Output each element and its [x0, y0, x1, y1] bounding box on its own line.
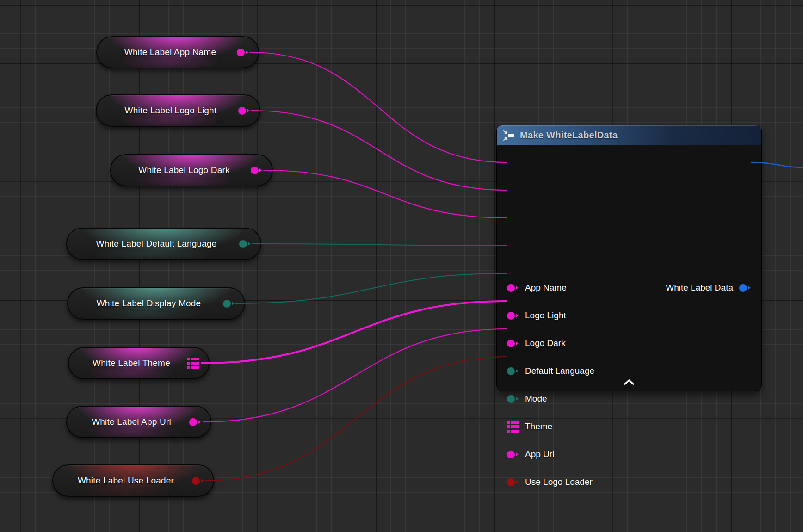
pin-circle-icon: [251, 167, 259, 174]
getter-node-white-label-app-name[interactable]: White Label App Name: [96, 36, 259, 68]
wire-3[interactable]: [252, 244, 507, 246]
pin-row-logo-dark: Logo Dark: [497, 329, 761, 357]
node-title: Make WhiteLabelData: [520, 130, 618, 141]
getter-label: White Label Logo Light: [125, 105, 217, 116]
output-pin-bool[interactable]: [192, 475, 204, 487]
pin-circle-icon: [739, 284, 747, 292]
getter-node-white-label-default-language[interactable]: White Label Default Language: [66, 228, 261, 260]
struct-pin-icon: [507, 421, 519, 433]
node-header[interactable]: Make WhiteLabelData: [497, 125, 761, 145]
pin-label: Use Logo Loader: [525, 477, 593, 487]
output-pin-struct[interactable]: [187, 357, 199, 369]
pin-circle-icon: [507, 340, 515, 347]
pin-row-logo-light: Logo Light: [497, 302, 761, 329]
input-pin-text[interactable]: [507, 282, 519, 294]
collapse-node-button[interactable]: [621, 376, 637, 388]
pin-circle-icon: [507, 367, 515, 375]
pin-circle-icon: [507, 312, 515, 320]
pin-circle-icon: [192, 477, 200, 485]
pin-circle-icon: [507, 451, 515, 458]
output-pin-text[interactable]: [237, 46, 249, 58]
pin-label: App Name: [525, 283, 567, 293]
output-pin-text[interactable]: [251, 164, 263, 176]
output-pin-text[interactable]: [238, 105, 250, 117]
pin-circle-icon: [239, 240, 247, 248]
pin-circle-icon: [507, 284, 515, 292]
pin-circle-icon: [507, 478, 515, 486]
getter-label: White Label Default Language: [96, 239, 216, 249]
blueprint-graph-canvas[interactable]: White Label App Name White Label Logo Li…: [0, 0, 803, 532]
make-struct-icon: [503, 130, 515, 141]
pin-row-app-url: App Url: [497, 440, 761, 468]
pin-label: Logo Light: [525, 310, 566, 321]
pin-label: App Url: [525, 449, 554, 459]
pin-row-mode: Mode: [497, 385, 761, 413]
getter-label: White Label Theme: [93, 358, 170, 368]
input-pin-enum[interactable]: [507, 393, 519, 405]
input-pin-enum[interactable]: [507, 365, 519, 377]
wire-1[interactable]: [251, 111, 507, 190]
input-pin-text[interactable]: [507, 448, 519, 460]
input-pin-text[interactable]: [507, 309, 519, 322]
pin-circle-icon: [238, 107, 246, 115]
input-pin-struct[interactable]: [507, 421, 519, 433]
getter-label: White Label App Name: [124, 47, 216, 57]
getter-label: White Label App Url: [92, 417, 171, 427]
getter-node-white-label-theme[interactable]: White Label Theme: [68, 347, 210, 379]
chevron-up-icon: [624, 379, 635, 385]
pin-circle-icon: [237, 49, 245, 56]
pin-row-use-logo-loader: Use Logo Loader: [497, 468, 761, 496]
pin-label: Mode: [525, 394, 547, 404]
input-pin-bool[interactable]: [507, 476, 519, 488]
wire-4[interactable]: [236, 273, 507, 303]
getter-label: White Label Use Loader: [78, 476, 174, 486]
getter-node-white-label-logo-light[interactable]: White Label Logo Light: [96, 94, 260, 127]
getter-node-white-label-display-mode[interactable]: White Label Display Mode: [67, 287, 245, 320]
output-pin-enum[interactable]: [223, 297, 235, 309]
output-pin-text[interactable]: [189, 416, 201, 428]
wire-2[interactable]: [264, 170, 507, 218]
pin-label: Default Language: [525, 366, 594, 376]
pin-label: Theme: [525, 421, 552, 432]
getter-node-white-label-logo-dark[interactable]: White Label Logo Dark: [110, 154, 273, 186]
input-pin-text[interactable]: [507, 337, 519, 349]
getter-label: White Label Display Mode: [97, 298, 201, 309]
make-whitelabeldata-node[interactable]: Make WhiteLabelData App Name Logo Light …: [496, 125, 762, 391]
getter-label: White Label Logo Dark: [138, 165, 229, 175]
pin-circle-icon: [507, 395, 515, 403]
struct-pin-icon: [187, 357, 199, 369]
wire-0[interactable]: [250, 52, 507, 162]
getter-node-white-label-use-loader[interactable]: White Label Use Loader: [52, 464, 214, 497]
pin-label: Logo Dark: [525, 338, 566, 348]
pin-row-white-label-data-output: White Label Data: [666, 274, 761, 302]
getter-node-white-label-app-url[interactable]: White Label App Url: [66, 406, 211, 438]
wire-6[interactable]: [204, 329, 507, 422]
pin-circle-icon: [189, 418, 197, 426]
pin-label: White Label Data: [666, 283, 733, 293]
pin-row-theme: Theme: [497, 413, 761, 440]
pin-circle-icon: [223, 300, 231, 308]
output-pin-enum[interactable]: [239, 238, 251, 250]
output-pin-struct[interactable]: [739, 282, 751, 294]
